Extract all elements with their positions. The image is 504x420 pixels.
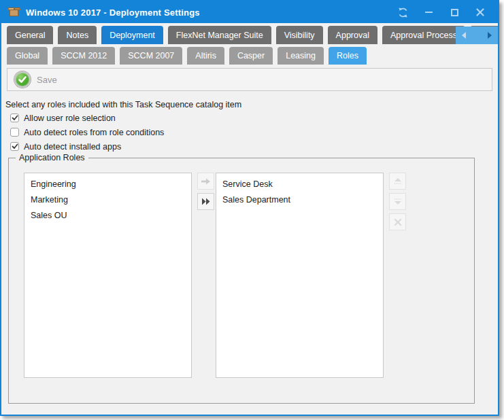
window-controls <box>397 7 491 18</box>
tab-deployment[interactable]: Deployment <box>101 26 163 44</box>
available-roles-list[interactable]: Engineering Marketing Sales OU <box>24 173 192 378</box>
minimize-icon[interactable] <box>423 7 434 18</box>
move-all-right-icon[interactable] <box>197 193 214 210</box>
tab-global[interactable]: Global <box>7 47 48 65</box>
checkbox-label: Auto detect roles from role conditions <box>24 128 164 137</box>
tab-leasing[interactable]: Leasing <box>278 47 324 65</box>
tab-scroller <box>456 27 498 44</box>
instruction-text: Select any roles included with this Task… <box>5 100 498 109</box>
tab-approval[interactable]: Approval <box>328 26 377 44</box>
package-icon <box>8 7 20 17</box>
list-item[interactable]: Marketing <box>24 192 191 208</box>
checkbox-allow-user-role-selection[interactable]: Allow user role selection <box>10 112 498 124</box>
window-title: Windows 10 2017 - Deployment Settings <box>26 7 200 18</box>
scroll-tabs-right-icon[interactable] <box>488 32 492 39</box>
close-icon[interactable] <box>475 7 486 18</box>
checkbox-icon <box>10 113 19 122</box>
group-title: Application Roles <box>16 153 88 162</box>
tab-flexnet-manager-suite[interactable]: FlexNet Manager Suite <box>168 26 271 44</box>
refresh-icon[interactable] <box>397 7 408 18</box>
move-right-icon[interactable] <box>197 173 214 190</box>
save-button-label: Save <box>37 75 57 85</box>
move-down-icon[interactable] <box>389 193 406 210</box>
tab-sccm-2007[interactable]: SCCM 2007 <box>120 47 182 65</box>
tab-row-secondary: Global SCCM 2012 SCCM 2007 Altiris Caspe… <box>1 47 498 65</box>
tab-approval-process[interactable]: Approval Process <box>382 26 465 44</box>
save-button[interactable]: Save <box>14 71 57 88</box>
list-item[interactable]: Engineering <box>24 177 191 192</box>
checkbox-auto-detect-roles[interactable]: Auto detect roles from role conditions <box>10 126 498 138</box>
list-item[interactable]: Sales OU <box>24 208 191 224</box>
titlebar: Windows 10 2017 - Deployment Settings <box>1 1 498 23</box>
list-action-buttons <box>389 173 406 230</box>
application-roles-group: Application Roles Engineering Marketing … <box>8 158 475 404</box>
maximize-icon[interactable] <box>449 7 460 18</box>
checkbox-auto-detect-installed-apps[interactable]: Auto detect installed apps <box>10 141 498 152</box>
tab-altiris[interactable]: Altiris <box>187 47 224 65</box>
tab-row-primary: General Notes Deployment FlexNet Manager… <box>1 26 498 44</box>
checkbox-icon <box>10 142 19 151</box>
screen: Windows 10 2017 - Deployment Settings <box>0 0 504 420</box>
scroll-tabs-left-icon[interactable] <box>462 32 466 39</box>
checkbox-icon <box>10 128 19 137</box>
tab-roles[interactable]: Roles <box>329 47 367 65</box>
list-item[interactable]: Service Desk <box>216 177 383 192</box>
tab-general[interactable]: General <box>7 26 53 44</box>
checkbox-label: Auto detect installed apps <box>24 142 121 152</box>
tab-visibility[interactable]: Visibility <box>276 26 323 44</box>
list-item[interactable]: Sales Department <box>216 192 383 208</box>
remove-icon[interactable] <box>389 213 406 230</box>
checkbox-label: Allow user role selection <box>24 113 116 123</box>
check-circle-icon <box>14 71 31 88</box>
toolbar: Save <box>7 68 492 91</box>
transfer-buttons <box>197 173 214 210</box>
move-up-icon[interactable] <box>389 173 406 190</box>
deployment-settings-window: Windows 10 2017 - Deployment Settings <box>0 0 499 416</box>
tab-sccm-2012[interactable]: SCCM 2012 <box>52 47 115 65</box>
tab-casper[interactable]: Casper <box>229 47 273 65</box>
tab-notes[interactable]: Notes <box>58 26 97 44</box>
selected-roles-list[interactable]: Service Desk Sales Department <box>216 173 384 378</box>
